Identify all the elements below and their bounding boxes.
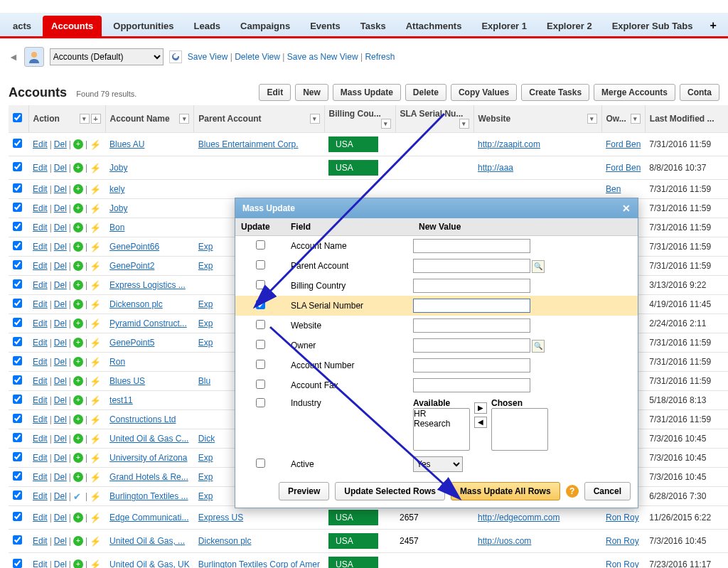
delete-link[interactable]: Del xyxy=(54,414,67,424)
edit-link[interactable]: Edit xyxy=(33,163,48,173)
new-value-input[interactable] xyxy=(413,259,530,273)
delete-link[interactable]: Del xyxy=(54,223,67,232)
parent-account-link[interactable]: Dickenson plc xyxy=(198,536,252,546)
tab-explorer-sub-tabs[interactable]: Explorer Sub Tabs xyxy=(604,16,702,36)
lookup-icon[interactable]: 🔍 xyxy=(532,260,545,273)
parent-account-link[interactable]: Exp xyxy=(198,453,213,463)
available-list[interactable]: HRResearch xyxy=(413,408,470,451)
parent-account-link[interactable]: Exp xyxy=(198,472,213,482)
row-checkbox[interactable] xyxy=(13,375,22,385)
add-row-icon[interactable]: + xyxy=(73,203,83,213)
quick-action-icon[interactable]: ⚡ xyxy=(90,472,101,483)
column-menu-icon[interactable]: ▾ xyxy=(80,114,90,124)
add-row-icon[interactable]: + xyxy=(73,559,83,568)
row-checkbox[interactable] xyxy=(13,183,22,193)
edit-link[interactable]: Edit xyxy=(33,139,48,149)
close-icon[interactable]: ✕ xyxy=(622,203,631,214)
quick-action-icon[interactable]: ⚡ xyxy=(90,357,101,368)
column-menu-icon[interactable]: ▾ xyxy=(179,114,189,124)
account-name-link[interactable]: Ron xyxy=(109,357,125,367)
row-checkbox[interactable] xyxy=(13,471,22,481)
delete-link[interactable]: Del xyxy=(54,559,67,568)
row-checkbox[interactable] xyxy=(13,512,22,521)
add-row-icon[interactable]: + xyxy=(73,357,83,367)
parent-account-link[interactable]: Blu xyxy=(198,376,210,386)
picklist-option[interactable]: HR xyxy=(414,409,469,419)
row-checkbox[interactable] xyxy=(13,279,22,289)
new-value-input[interactable] xyxy=(413,239,530,253)
row-checkbox[interactable] xyxy=(13,433,22,442)
new-value-input[interactable] xyxy=(413,358,530,373)
parent-account-link[interactable]: Burlington Textiles Corp of Amer xyxy=(198,559,320,568)
account-name-link[interactable]: Grand Hotels & Re... xyxy=(109,472,188,482)
quick-action-icon[interactable]: ⚡ xyxy=(90,261,101,272)
delete-link[interactable]: Del xyxy=(54,453,67,463)
new-value-input[interactable] xyxy=(413,318,530,333)
add-row-icon[interactable]: + xyxy=(73,536,83,546)
tab-tasks[interactable]: Tasks xyxy=(352,16,395,36)
delete-link[interactable]: Del xyxy=(54,376,67,386)
new-value-input[interactable] xyxy=(413,299,530,313)
dialog-titlebar[interactable]: Mass Update ✕ xyxy=(235,198,638,218)
quick-action-icon[interactable]: ⚡ xyxy=(90,139,101,150)
account-name-link[interactable]: University of Arizona xyxy=(109,453,187,463)
edit-link[interactable]: Edit xyxy=(33,395,48,405)
owner-link[interactable]: Ron Roy xyxy=(606,559,639,568)
move-left-icon[interactable]: ◀ xyxy=(474,417,487,428)
edit-link[interactable]: Edit xyxy=(33,513,48,523)
tab-leads[interactable]: Leads xyxy=(185,16,229,36)
delete-link[interactable]: Del xyxy=(54,184,67,194)
view-link-save-view[interactable]: Save View xyxy=(188,52,228,62)
tab-campaigns[interactable]: Campaigns xyxy=(232,16,299,36)
quick-action-icon[interactable]: ⚡ xyxy=(90,395,101,406)
quick-action-icon[interactable]: ⚡ xyxy=(90,414,101,425)
owner-link[interactable]: Ron Roy xyxy=(606,536,639,546)
add-row-icon[interactable]: + xyxy=(73,453,83,463)
add-row-icon[interactable]: + xyxy=(73,414,83,424)
owner-link[interactable]: Ford Ben xyxy=(606,139,641,149)
edit-link[interactable]: Edit xyxy=(33,491,48,501)
edit-link[interactable]: Edit xyxy=(33,559,48,568)
website-link[interactable]: http://uos.com xyxy=(478,536,531,546)
row-checkbox[interactable] xyxy=(13,299,22,308)
account-name-link[interactable]: Edge Communicati... xyxy=(109,513,188,523)
add-row-icon[interactable]: + xyxy=(73,513,83,523)
column-menu-icon[interactable]: ▾ xyxy=(587,114,597,124)
add-row-icon[interactable]: + xyxy=(73,338,83,348)
edit-link[interactable]: Edit xyxy=(33,338,48,348)
quick-action-icon[interactable]: ⚡ xyxy=(90,242,101,252)
row-checkbox[interactable] xyxy=(13,356,22,365)
view-select[interactable]: Accounts (Default) xyxy=(50,48,164,65)
quick-action-icon[interactable]: ⚡ xyxy=(90,453,101,463)
update-checkbox[interactable] xyxy=(256,320,265,329)
delete-link[interactable]: Del xyxy=(54,513,67,523)
add-row-icon[interactable]: ✔ xyxy=(73,491,83,501)
edit-link[interactable]: Edit xyxy=(33,223,48,232)
update-checkbox[interactable] xyxy=(256,280,265,289)
delete-link[interactable]: Del xyxy=(54,357,67,367)
quick-action-icon[interactable]: ⚡ xyxy=(90,338,101,348)
add-row-icon[interactable]: + xyxy=(73,376,83,386)
update-checkbox[interactable] xyxy=(256,380,265,389)
new-value-input[interactable] xyxy=(413,279,530,293)
website-link[interactable]: http://aaa xyxy=(478,163,513,173)
account-name-link[interactable]: GenePoint5 xyxy=(109,338,154,348)
parent-account-link[interactable]: Exp xyxy=(198,242,213,252)
column-header[interactable]: Ow...▾ xyxy=(601,105,645,133)
tab-acts[interactable]: acts xyxy=(4,16,40,36)
website-link[interactable]: http://edgecomm.com xyxy=(478,513,560,523)
parent-account-link[interactable]: Exp xyxy=(198,491,213,501)
quick-action-icon[interactable]: ⚡ xyxy=(90,299,101,310)
mass-update-button[interactable]: Mass Update xyxy=(333,84,401,101)
edit-link[interactable]: Edit xyxy=(33,453,48,463)
account-name-link[interactable]: Blues AU xyxy=(109,139,144,149)
add-row-icon[interactable]: + xyxy=(73,261,83,271)
column-header[interactable]: SLA Serial Nu...▾ xyxy=(395,105,473,133)
edit-link[interactable]: Edit xyxy=(33,536,48,546)
quick-action-icon[interactable]: ⚡ xyxy=(90,203,101,214)
add-row-icon[interactable]: + xyxy=(73,299,83,309)
delete-link[interactable]: Del xyxy=(54,139,67,149)
column-header[interactable]: Account Name▾ xyxy=(105,105,194,133)
delete-link[interactable]: Del xyxy=(54,491,67,501)
view-link-refresh[interactable]: Refresh xyxy=(365,52,395,62)
